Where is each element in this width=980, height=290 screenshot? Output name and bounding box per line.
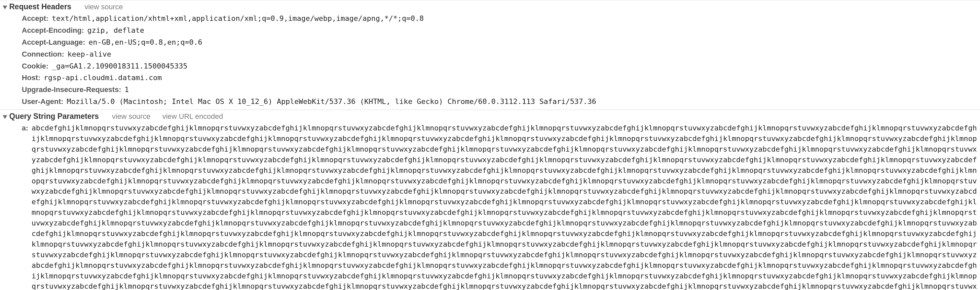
request-header-row: Accepttext/html,application/xhtml+xml,ap…	[0, 13, 980, 24]
header-value: _ga=GA1.2.1090018311.1500045335	[52, 61, 980, 72]
header-key: Accept	[22, 13, 49, 24]
header-key: Cookie	[22, 61, 49, 72]
view-source-link[interactable]: view source	[84, 3, 123, 11]
header-key: Connection	[22, 49, 64, 59]
header-key: Accept-Language	[22, 37, 85, 48]
header-value: en-GB,en-US;q=0.8,en;q=0.6	[89, 37, 980, 48]
header-key: User-Agent	[22, 96, 64, 107]
header-key: a	[22, 123, 29, 133]
request-headers-rows: Accepttext/html,application/xhtml+xml,ap…	[0, 13, 980, 107]
request-header-row: Hostrgsp-api.cloudmi.datami.com	[0, 72, 980, 84]
disclosure-triangle-icon[interactable]	[3, 113, 8, 119]
header-value: keep-alive	[67, 49, 980, 59]
request-header-row: Cookie_ga=GA1.2.1090018311.1500045335	[0, 60, 980, 72]
query-string-rows: aabcdefghijklmnopqrstuvwxyzabcdefghijklm…	[0, 122, 980, 290]
header-value: rgsp-api.cloudmi.datami.com	[44, 72, 980, 83]
header-key: Host	[22, 72, 40, 83]
query-string-title: Query String Parameters	[9, 112, 99, 121]
disclosure-triangle-icon[interactable]	[3, 4, 8, 9]
query-string-header: Query String Parameters view source view…	[0, 111, 980, 122]
header-value: gzip, deflate	[87, 25, 980, 36]
request-headers-header: Request Headers view source	[0, 2, 980, 13]
request-header-row: Accept-Languageen-GB,en-US;q=0.8,en;q=0.…	[0, 37, 980, 48]
request-header-row: Connectionkeep-alive	[0, 48, 980, 60]
header-value: text/html,application/xhtml+xml,applicat…	[52, 13, 980, 24]
view-source-link[interactable]: view source	[112, 112, 150, 121]
request-header-row: Upgrade-Insecure-Requests1	[0, 84, 980, 96]
header-value: Mozilla/5.0 (Macintosh; Intel Mac OS X 1…	[67, 96, 980, 107]
request-headers-title: Request Headers	[9, 2, 72, 11]
header-key: Accept-Encoding	[22, 25, 84, 36]
request-headers-section: Request Headers view source Accepttext/h…	[0, 0, 980, 110]
request-header-row: User-AgentMozilla/5.0 (Macintosh; Intel …	[0, 96, 980, 107]
header-value: abcdefghijklmnopqrstuvwxyzabcdefghijklmn…	[32, 123, 980, 290]
view-url-encoded-link[interactable]: view URL encoded	[162, 112, 223, 121]
request-header-row: Accept-Encodinggzip, deflate	[0, 24, 980, 37]
query-string-section: Query String Parameters view source view…	[0, 110, 980, 290]
svg-marker-0	[3, 6, 7, 9]
header-key: Upgrade-Insecure-Requests	[22, 85, 121, 95]
query-string-row: aabcdefghijklmnopqrstuvwxyzabcdefghijklm…	[0, 122, 980, 290]
svg-marker-1	[3, 115, 7, 119]
header-value: 1	[124, 85, 980, 95]
